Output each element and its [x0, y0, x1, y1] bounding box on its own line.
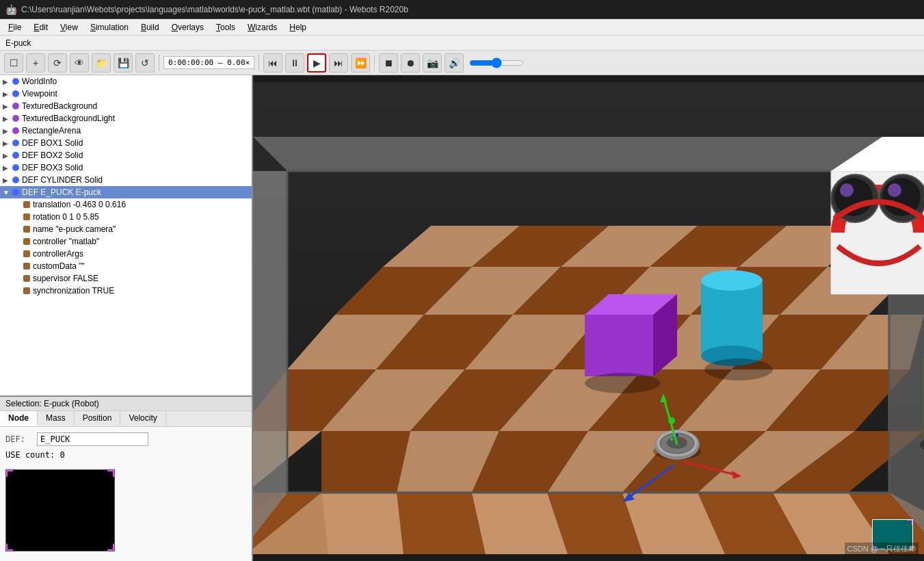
expand-arrow[interactable]: ▼ [3, 189, 12, 196]
new-world-button[interactable]: ☐ [4, 53, 23, 73]
tree-item-worldinfo[interactable]: ▶ WorldInfo [0, 75, 252, 88]
expand-arrow[interactable]: ▶ [3, 78, 12, 86]
camera-corner-tr [107, 470, 114, 477]
tree-item-rectanglearena[interactable]: ▶ RectangleArena [0, 125, 252, 137]
expand-arrow[interactable]: ▶ [3, 103, 12, 110]
svg-point-83 [681, 438, 684, 441]
reload-button[interactable]: ⟳ [48, 53, 67, 73]
use-count-row: USE count: 0 [5, 450, 246, 460]
tree-item-supervisor[interactable]: supervisor FALSE [0, 272, 252, 285]
tree-item-rotation[interactable]: rotation 0 1 0 5.85 [0, 211, 252, 223]
properties-panel: Selection: E-puck (Robot) Node Mass Posi… [0, 397, 252, 561]
use-count-text: USE count: 0 [5, 450, 65, 460]
tab-velocity[interactable]: Velocity [120, 411, 166, 426]
step-back-button[interactable]: ⏮ [263, 53, 282, 73]
tree-item-controller[interactable]: controller "matlab" [0, 235, 252, 248]
tree-item-viewpoint[interactable]: ▶ Viewpoint [0, 88, 252, 100]
tree-item-box2[interactable]: ▶ DEF BOX2 Solid [0, 149, 252, 161]
tabbar: E-puck [0, 36, 924, 51]
tree-item-name[interactable]: name "e-puck camera" [0, 223, 252, 235]
tree-label: supervisor FALSE [33, 274, 98, 283]
svg-marker-8 [397, 493, 486, 554]
selection-text: Selection: E-puck (Robot) [5, 399, 99, 408]
menu-view[interactable]: View [55, 21, 83, 34]
screenshot-button[interactable]: 📷 [423, 53, 442, 73]
tree-item-customdata[interactable]: customData "" [0, 260, 252, 272]
speed-slider[interactable] [469, 57, 524, 68]
play-button[interactable]: ▶ [307, 53, 326, 73]
node-dot [23, 275, 30, 282]
svg-marker-52 [585, 315, 653, 376]
tree-label: DEF BOX2 Solid [22, 151, 83, 160]
def-row: DEF: [5, 432, 246, 446]
separator-3 [374, 55, 375, 71]
expand-arrow[interactable]: ▶ [3, 164, 12, 172]
expand-arrow[interactable]: ▶ [3, 90, 12, 98]
tree-label: name "e-puck camera" [33, 224, 116, 234]
node-dot [12, 140, 19, 146]
record-button[interactable]: ⏺ [401, 53, 420, 73]
tree-item-controllerargs[interactable]: controllerArgs [0, 248, 252, 260]
tree-label: customData "" [33, 261, 85, 271]
tree-label: WorldInfo [22, 77, 57, 86]
svg-point-55 [585, 373, 660, 393]
node-dot [12, 115, 19, 122]
fast-forward-button[interactable]: ⏩ [351, 53, 370, 73]
expand-arrow[interactable]: ▶ [3, 115, 12, 122]
tree-item-cylinder[interactable]: ▶ DEF CYLINDER Solid [0, 174, 252, 186]
menu-overlays[interactable]: Overlays [166, 21, 209, 34]
time-display: 0:00:00:00 – 0.00× [163, 56, 254, 69]
tab-mass[interactable]: Mass [38, 411, 75, 426]
tab-node[interactable]: Node [0, 411, 38, 426]
svg-point-68 [834, 178, 873, 216]
stop-button[interactable]: ⏹ [379, 53, 398, 73]
add-node-button[interactable]: + [26, 53, 45, 73]
menu-build[interactable]: Build [135, 21, 165, 34]
volume-button[interactable]: 🔊 [445, 53, 464, 73]
tree-item-epuck[interactable]: ▼ DEF E_PUCK E-puck [0, 186, 252, 198]
menu-tools[interactable]: Tools [211, 21, 241, 34]
cyan-cylinder [701, 270, 773, 380]
save-button[interactable]: 💾 [114, 53, 133, 73]
scene-canvas [253, 75, 924, 561]
expand-arrow[interactable]: ▶ [3, 177, 12, 184]
menu-simulation[interactable]: Simulation [85, 21, 134, 34]
menu-wizards[interactable]: Wizards [242, 21, 282, 34]
svg-marker-16 [321, 431, 410, 493]
svg-point-70 [840, 183, 854, 197]
menu-file[interactable]: File [3, 21, 27, 34]
app-icon: 🤖 [5, 4, 17, 15]
menu-help[interactable]: Help [284, 21, 312, 34]
scene-tree[interactable]: ▶ WorldInfo ▶ Viewpoint ▶ TexturedBackgr… [0, 75, 252, 397]
left-panel: ▶ WorldInfo ▶ Viewpoint ▶ TexturedBackgr… [0, 75, 253, 561]
node-dot [12, 177, 19, 183]
camera-corner-br [107, 544, 114, 551]
tree-item-texturedbg[interactable]: ▶ TexturedBackground [0, 100, 252, 112]
svg-marker-7 [321, 493, 404, 554]
expand-arrow[interactable]: ▶ [3, 140, 12, 147]
tree-item-synchronization[interactable]: synchronization TRUE [0, 285, 252, 297]
viewport[interactable]: CSDN @一只佳佳桦 [253, 75, 924, 561]
show-hide-button[interactable]: 👁 [70, 53, 89, 73]
svg-rect-56 [701, 280, 763, 356]
current-tab[interactable]: E-puck [5, 38, 31, 48]
tree-item-box3[interactable]: ▶ DEF BOX3 Solid [0, 161, 252, 174]
tab-position[interactable]: Position [75, 411, 121, 426]
menu-edit[interactable]: Edit [28, 21, 53, 34]
toolbar: ☐ + ⟳ 👁 📁 💾 ↺ 0:00:00:00 – 0.00× ⏮ ⏸ ▶ ⏭… [0, 51, 924, 75]
open-button[interactable]: 📁 [92, 53, 111, 73]
tree-item-box1[interactable]: ▶ DEF BOX1 Solid [0, 137, 252, 149]
node-dot [12, 152, 19, 159]
camera-corner-bl [6, 544, 13, 551]
separator-2 [259, 55, 259, 71]
tree-item-texturedbglight[interactable]: ▶ TexturedBackgroundLight [0, 112, 252, 125]
watermark: CSDN @一只佳佳桦 [845, 543, 919, 556]
expand-arrow[interactable]: ▶ [3, 152, 12, 159]
step-pause-button[interactable]: ⏸ [285, 53, 304, 73]
def-input[interactable] [37, 432, 148, 446]
titlebar: 🤖 C:\Users\ruanjian\Webots\projects\lang… [0, 0, 924, 19]
step-forward-button[interactable]: ⏭ [329, 53, 348, 73]
expand-arrow[interactable]: ▶ [3, 127, 12, 135]
tree-item-translation[interactable]: translation -0.463 0 0.616 [0, 198, 252, 211]
undo-button[interactable]: ↺ [135, 53, 155, 73]
